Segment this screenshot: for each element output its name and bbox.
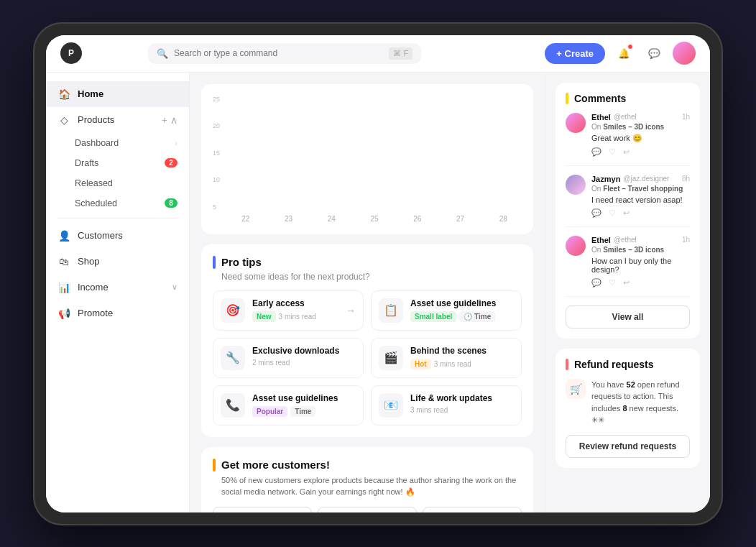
sidebar-item-products[interactable]: ◇ Products + ∧ [46, 107, 189, 133]
comment-text-3: How can I buy only the design? [591, 257, 690, 274]
refund-new-count: 8 [622, 404, 627, 413]
sidebar-item-income[interactable]: 📊 Income ∨ [46, 275, 189, 300]
comment-reply-2[interactable]: 💬 [591, 208, 601, 218]
y-label-10: 10 [213, 176, 220, 183]
tip-tags-asset2: Popular Time [252, 406, 356, 417]
comment-like-3[interactable]: ♡ [609, 278, 616, 288]
add-icon[interactable]: + [162, 114, 167, 126]
user-avatar[interactable] [673, 42, 696, 65]
comment-body-2: Jazmyn @jaz.designer 8h On Fleet – Trave… [591, 175, 690, 218]
drafts-badge: 2 [165, 158, 178, 167]
chart-y-axis: 25 20 15 10 5 [213, 96, 224, 211]
app-logo: P [60, 42, 82, 64]
tip-tags-asset: Small label 🕐 Time [410, 311, 514, 322]
create-button[interactable]: + Create [545, 43, 605, 64]
tip-icon-life: 📧 [379, 393, 403, 418]
notification-dot [627, 44, 633, 50]
chart-wrapper: 25 20 15 10 5 [213, 96, 522, 223]
tip-icon-asset: 📋 [379, 298, 403, 323]
tag-time2: Time [290, 406, 315, 417]
comment-avatar-2 [566, 175, 586, 195]
comment-avatar-1 [566, 113, 586, 133]
tip-arrow-early-access: → [346, 305, 356, 316]
comment-item-2: Jazmyn @jaz.designer 8h On Fleet – Trave… [566, 175, 690, 227]
chart-bars [227, 96, 522, 211]
comments-accent [566, 93, 568, 104]
refund-count: 52 [627, 380, 635, 389]
chevron-up-icon[interactable]: ∧ [170, 114, 178, 126]
tip-read-behind: 3 mins read [434, 360, 471, 368]
comment-share-1[interactable]: ↩ [623, 147, 630, 157]
instagram-button[interactable]: 📷 Instagram [423, 507, 522, 512]
pro-tips-subtitle: Need some ideas for the next product? [221, 272, 522, 282]
tip-content-behind: Behind the scenes Hot 3 mins read [410, 346, 514, 369]
customers-icon: 👤 [57, 229, 70, 242]
tag-hot: Hot [410, 359, 431, 369]
refund-title: Refund requests [566, 359, 690, 370]
view-all-button[interactable]: View all [566, 305, 690, 328]
comment-like-2[interactable]: ♡ [609, 208, 616, 218]
products-actions: + ∧ [162, 114, 178, 126]
bell-icon: 🔔 [618, 48, 630, 59]
tip-read-life: 3 mins read [410, 406, 448, 414]
sidebar-label-drafts: Drafts [75, 158, 165, 168]
tip-life-work[interactable]: 📧 Life & work updates 3 mins read [371, 385, 522, 426]
sidebar-item-shop[interactable]: 🛍 Shop [46, 249, 189, 275]
comment-share-2[interactable]: ↩ [623, 208, 630, 218]
sidebar-label-products: Products [78, 114, 155, 125]
search-icon: 🔍 [157, 48, 168, 59]
sidebar-item-released[interactable]: Released [46, 173, 189, 193]
chevron-down-icon: ∨ [172, 282, 178, 292]
sidebar: 🏠 Home ◇ Products + ∧ Dashboard › Dr [46, 73, 190, 512]
home-icon: 🏠 [57, 88, 70, 101]
tip-icon-behind: 🎬 [379, 346, 403, 370]
tip-icon-asset2: 📞 [221, 393, 245, 418]
tip-exclusive-downloads[interactable]: 🔧 Exclusive downloads 2 mins read [213, 338, 364, 378]
comment-body-3: Ethel @ethel 1h On Smiles – 3D icons How… [591, 236, 690, 288]
sidebar-label-released: Released [75, 178, 178, 188]
messages-button[interactable]: 💬 [642, 42, 665, 65]
tip-title-downloads: Exclusive downloads [252, 346, 356, 356]
refund-text: You have 52 open refund requests to acti… [591, 379, 690, 426]
twitter-button[interactable]: 🐦 Twitter [318, 507, 417, 512]
tip-early-access[interactable]: 🎯 Early access New 3 mins read → [213, 290, 364, 331]
sidebar-label-home: Home [78, 88, 178, 99]
income-icon: 📊 [57, 281, 70, 294]
comment-reply-1[interactable]: 💬 [591, 147, 601, 157]
sidebar-item-customers[interactable]: 👤 Customers [46, 223, 189, 249]
sidebar-item-scheduled[interactable]: Scheduled 8 [46, 193, 189, 213]
review-refunds-button[interactable]: Review refund requests [566, 435, 690, 458]
comment-handle-2: @jaz.designer [623, 175, 669, 183]
comment-name-2: Jazmyn [591, 175, 620, 183]
notifications-button[interactable]: 🔔 [612, 42, 635, 65]
facebook-button[interactable]: f Facebook [213, 507, 312, 512]
sidebar-item-home[interactable]: 🏠 Home [46, 81, 189, 107]
sidebar-item-promote[interactable]: 📢 Promote [46, 300, 189, 326]
comment-time-3: 1h [682, 236, 690, 244]
comment-like-1[interactable]: ♡ [609, 147, 616, 157]
comment-reply-3[interactable]: 💬 [591, 278, 601, 288]
tip-content-asset: Asset use guidelines Small label 🕐 Time [410, 298, 514, 322]
tip-title-asset2: Asset use guidelines [252, 393, 356, 403]
tag-time: 🕐 Time [459, 311, 495, 322]
tip-title-asset: Asset use guidelines [410, 298, 514, 308]
comment-share-3[interactable]: ↩ [623, 278, 630, 288]
sidebar-item-drafts[interactable]: Drafts 2 [46, 153, 189, 173]
tips-grid: 🎯 Early access New 3 mins read → [213, 290, 522, 426]
tip-asset-2[interactable]: 📞 Asset use guidelines Popular Time [213, 385, 364, 426]
tip-behind-scenes[interactable]: 🎬 Behind the scenes Hot 3 mins read [371, 338, 522, 378]
refund-body: 🛒 You have 52 open refund requests to ac… [566, 379, 690, 426]
tip-tags-behind: Hot 3 mins read [410, 359, 514, 369]
customers-accent [213, 459, 216, 472]
comment-avatar-3 [566, 236, 586, 256]
sidebar-item-dashboard[interactable]: Dashboard › [46, 133, 189, 153]
tip-asset-guidelines[interactable]: 📋 Asset use guidelines Small label 🕐 Tim… [371, 290, 522, 331]
right-panel: Comments Ethel @ethel 1h On Smiles – 3D … [545, 73, 710, 512]
pro-tips-accent [213, 256, 216, 269]
y-label-25: 25 [213, 96, 220, 103]
comment-item-1: Ethel @ethel 1h On Smiles – 3D icons Gre… [566, 113, 690, 166]
shop-icon: 🛍 [57, 255, 70, 268]
search-input[interactable] [174, 48, 383, 58]
comment-actions-1: 💬 ♡ ↩ [591, 147, 690, 157]
comment-body-1: Ethel @ethel 1h On Smiles – 3D icons Gre… [591, 113, 690, 157]
